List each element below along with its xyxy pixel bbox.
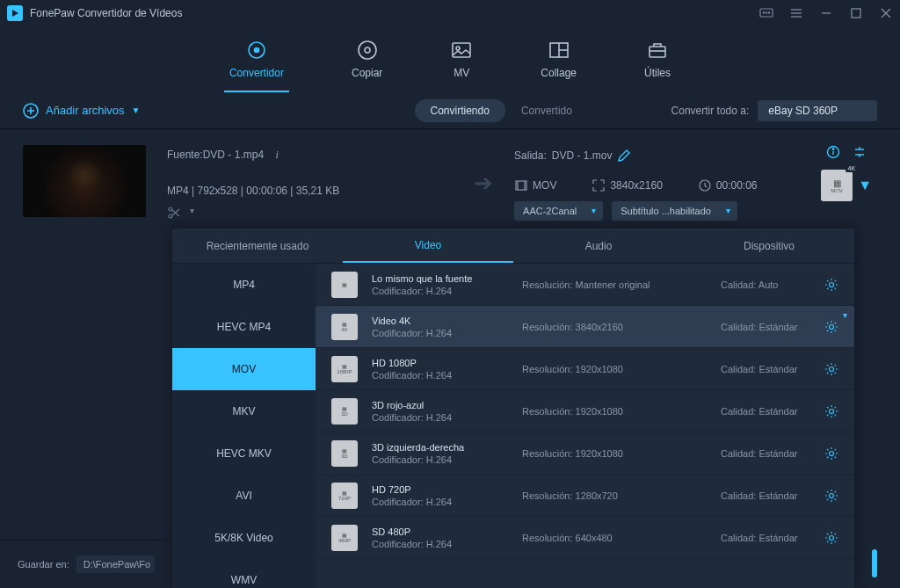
format-hevcmp4[interactable]: HEVC MP4: [172, 306, 316, 348]
save-path-input[interactable]: D:\FonePaw\Fo: [76, 555, 155, 573]
preset-quality: Calidad: Estándar: [721, 406, 810, 417]
app-logo-icon: [7, 5, 23, 21]
svg-point-38: [830, 324, 834, 329]
format-mov[interactable]: MOV: [172, 348, 316, 390]
feedback-icon[interactable]: [759, 6, 773, 20]
svg-point-15: [365, 47, 370, 53]
svg-line-29: [172, 209, 179, 215]
format-avi[interactable]: AVI: [172, 475, 316, 517]
preset-row[interactable]: ▦Lo mismo que la fuenteCodificador: H.26…: [316, 264, 854, 306]
preset-name: HD 720PCodificador: H.264: [372, 484, 508, 507]
svg-point-17: [456, 47, 460, 50]
svg-rect-21: [650, 47, 665, 57]
format-tab-recent[interactable]: Recientemente usado: [172, 229, 343, 263]
window-controls: [759, 6, 893, 20]
menu-icon[interactable]: [789, 6, 803, 20]
chevron-down-icon[interactable]: ▼: [858, 178, 872, 193]
scissors-icon[interactable]: [167, 206, 181, 220]
preset-row[interactable]: ▦3D3D izquierda-derechaCodificador: H.26…: [316, 432, 854, 475]
chevron-down-icon[interactable]: ▾: [190, 206, 194, 220]
minimize-button[interactable]: [819, 6, 833, 20]
format-mp4[interactable]: MP4: [172, 264, 316, 306]
format-hevcmkv[interactable]: HEVC MKV: [172, 432, 316, 475]
svg-point-43: [830, 535, 834, 540]
collage-icon: [548, 39, 570, 62]
close-button[interactable]: [879, 6, 893, 20]
main-nav: Convertidor Copiar MV Collage Útiles: [0, 26, 900, 92]
disc-icon: [356, 39, 379, 62]
preset-icon: ▦: [331, 272, 358, 298]
svg-point-3: [766, 12, 766, 13]
preset-list: ▦Lo mismo que la fuenteCodificador: H.26…: [316, 264, 854, 588]
preset-row[interactable]: ▦1080PHD 1080PCodificador: H.264Resoluci…: [316, 348, 854, 390]
nav-mv[interactable]: MV: [445, 35, 478, 92]
format-panel: Recientemente usado Video Audio Disposit…: [172, 229, 854, 588]
format-tabbar: Recientemente usado Video Audio Disposit…: [172, 229, 854, 264]
file-item: Fuente:DVD - 1.mp4 i MP4 | 792x528 | 00:…: [0, 129, 900, 229]
info-icon[interactable]: i: [275, 149, 278, 161]
svg-point-14: [359, 41, 376, 59]
nav-convertidor[interactable]: Convertidor: [224, 35, 289, 92]
clock-icon: [698, 178, 712, 192]
svg-point-36: [832, 149, 834, 150]
preset-quality: Calidad: Estándar: [721, 364, 810, 374]
toolbox-icon: [646, 39, 669, 62]
output-actions: 4K ▦ MOV ▼: [821, 145, 877, 221]
format-mkv[interactable]: MKV: [172, 390, 316, 432]
audio-select[interactable]: AAC-2Canal: [514, 201, 603, 221]
preset-row[interactable]: ▦3D3D rojo-azulCodificador: H.264Resoluc…: [316, 390, 854, 432]
gear-icon[interactable]: [824, 489, 838, 503]
svg-point-37: [830, 282, 834, 287]
chevron-down-icon: ▼: [132, 105, 141, 115]
format-tab-video[interactable]: Video: [343, 229, 513, 263]
preset-name: SD 480PCodificador: H.264: [372, 526, 508, 549]
gear-icon[interactable]: [824, 320, 838, 334]
plus-circle-icon: [23, 103, 39, 119]
format-5k8kvideo[interactable]: 5K/8K Video: [172, 517, 316, 559]
preset-icon: ▦3D: [331, 398, 358, 425]
preset-quality: Calidad: Estándar: [721, 533, 810, 543]
footer: Guardar en: D:\FonePaw\Fo: [0, 540, 172, 588]
nav-copiar[interactable]: Copiar: [346, 35, 388, 92]
output-preset-thumb[interactable]: 4K ▦ MOV: [821, 170, 853, 201]
gear-icon[interactable]: [824, 362, 838, 376]
preset-name: HD 1080PCodificador: H.264: [372, 358, 508, 381]
format-tab-audio[interactable]: Audio: [513, 229, 684, 263]
svg-marker-0: [12, 10, 18, 17]
image-icon: [450, 39, 473, 62]
arrow-right-icon: ➔: [474, 170, 493, 197]
preset-resolution: Resolución: 1920x1080: [522, 448, 707, 459]
subtitle-select[interactable]: Subtítulo ...habilitado: [612, 201, 737, 221]
preset-row[interactable]: ▦720PHD 720PCodificador: H.264Resolución…: [316, 475, 854, 517]
svg-point-39: [830, 367, 834, 371]
svg-point-26: [169, 207, 172, 211]
convert-all-preset-select[interactable]: eBay SD 360P: [758, 100, 877, 121]
tab-converting[interactable]: Convirtiendo: [415, 99, 505, 122]
format-sidebar: MP4HEVC MP4MOVMKVHEVC MKVAVI5K/8K VideoW…: [172, 264, 316, 588]
scrollbar-thumb[interactable]: [872, 549, 877, 577]
preset-resolution: Resolución: Mantener original: [522, 279, 707, 290]
preset-icon: ▦720P: [331, 483, 358, 509]
edit-icon[interactable]: [617, 149, 631, 163]
compress-icon[interactable]: [853, 145, 867, 159]
preset-resolution: Resolución: 1920x1080: [522, 364, 707, 374]
preset-quality: Calidad: Estándar: [721, 322, 810, 332]
add-files-button[interactable]: Añadir archivos ▼: [23, 103, 141, 119]
preset-icon: ▦480P: [331, 525, 358, 551]
info-circle-icon[interactable]: [826, 145, 840, 159]
nav-collage[interactable]: Collage: [535, 35, 582, 92]
preset-name: Lo mismo que la fuenteCodificador: H.264: [372, 273, 508, 296]
gear-icon[interactable]: [824, 278, 838, 292]
preset-row[interactable]: ▦4KVideo 4KCodificador: H.264Resolución:…: [316, 306, 854, 348]
video-thumbnail[interactable]: [23, 145, 146, 217]
gear-icon[interactable]: [824, 446, 838, 461]
maximize-button[interactable]: [849, 6, 863, 20]
format-wmv[interactable]: WMV: [172, 559, 316, 588]
gear-icon[interactable]: [824, 531, 838, 545]
preset-row[interactable]: ▦480PSD 480PCodificador: H.264Resolución…: [316, 517, 854, 559]
nav-utiles[interactable]: Útiles: [639, 35, 676, 92]
toolbar: Añadir archivos ▼ Convirtiendo Convertid…: [0, 92, 900, 129]
tab-converted[interactable]: Convertido: [505, 99, 588, 122]
format-tab-device[interactable]: Dispositivo: [684, 229, 854, 263]
gear-icon[interactable]: [824, 404, 838, 418]
